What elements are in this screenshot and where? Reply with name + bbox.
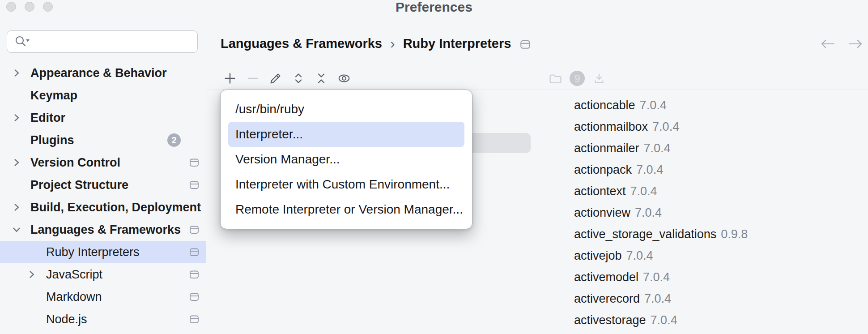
gem-version: 7.0.4 <box>630 184 657 198</box>
gem-name: active_storage_validations <box>574 227 716 241</box>
sidebar-item-label: Build, Execution, Deployment <box>30 201 201 214</box>
breadcrumb-separator-icon: › <box>390 34 395 52</box>
window-title: Preferences <box>0 0 868 14</box>
gem-name: actioncable <box>574 98 635 112</box>
sidebar-item-label: Editor <box>30 111 65 125</box>
gem-list-item-activejob[interactable]: activejob7.0.4 <box>574 245 748 266</box>
gems-toolbar: 9 <box>547 72 607 85</box>
sidebar-item-keymap[interactable]: Keymap <box>0 84 206 107</box>
applied-settings-icon <box>189 314 200 325</box>
collapse-all-button[interactable] <box>315 72 328 85</box>
sidebar-item-editor[interactable]: Editor <box>0 107 206 129</box>
sidebar-item-label: Plugins <box>30 133 74 147</box>
gem-list-item-activestorage[interactable]: activestorage7.0.4 <box>574 309 748 331</box>
applied-settings-icon <box>519 39 532 50</box>
edit-pencil-icon <box>269 72 282 85</box>
gem-list-item-actionmailer[interactable]: actionmailer7.0.4 <box>574 137 748 159</box>
settings-search-box[interactable] <box>7 30 198 53</box>
svg-text:9: 9 <box>574 73 580 85</box>
preferences-window: Preferences Appearance & Behavior Keymap <box>0 0 868 334</box>
remove-button[interactable] <box>246 72 260 85</box>
sidebar-item-javascript[interactable]: JavaScript <box>0 263 206 286</box>
sidebar-item-label: Node.js <box>46 313 87 326</box>
gem-list-item-actionpack[interactable]: actionpack7.0.4 <box>574 159 748 180</box>
eye-button[interactable] <box>337 72 351 85</box>
chevron-right-icon[interactable] <box>27 270 37 279</box>
gem-version: 7.0.4 <box>636 163 663 176</box>
gem-version: 7.0.4 <box>644 141 671 155</box>
gem-list-item-active-storage-validations[interactable]: active_storage_validations0.9.8 <box>574 223 748 245</box>
sidebar-item-appearance-behavior[interactable]: Appearance & Behavior <box>0 62 206 84</box>
sidebar-item-build-execution-deployment[interactable]: Build, Execution, Deployment <box>0 196 206 218</box>
applied-settings-icon <box>189 269 200 280</box>
edit-button[interactable] <box>269 72 282 85</box>
gems-list: actioncable7.0.4 actionmailbox7.0.4 acti… <box>574 94 748 331</box>
sidebar-item-project-structure[interactable]: Project Structure <box>0 174 206 196</box>
menu-item-remote-interpreter-or-version-manager[interactable]: Remote Interpreter or Version Manager... <box>228 197 464 222</box>
expand-all-icon <box>292 72 305 85</box>
eye-icon <box>337 72 351 85</box>
chevron-down-icon[interactable] <box>12 225 21 235</box>
chevron-right-icon[interactable] <box>12 113 21 123</box>
gem-name: activerecord <box>574 292 640 305</box>
download-button[interactable] <box>591 72 607 85</box>
applied-settings-icon <box>189 157 200 168</box>
titlebar: Preferences <box>0 0 868 15</box>
gem-name: actionview <box>574 206 630 219</box>
sidebar-item-label: Ruby Interpreters <box>46 245 140 259</box>
panel-separator <box>542 68 542 334</box>
sidebar-item-markdown[interactable]: Markdown <box>0 286 206 308</box>
remove-icon <box>246 72 260 85</box>
plugins-count-badge: 2 <box>167 133 181 147</box>
gem-name: actionmailer <box>574 141 639 155</box>
gem-version: 7.0.4 <box>635 206 662 219</box>
applied-settings-icon <box>189 247 200 257</box>
forward-arrow-icon[interactable] <box>847 38 865 50</box>
history-navigation <box>818 38 865 50</box>
gem-name: actionpack <box>574 163 632 176</box>
gem-list-item-actiontext[interactable]: actiontext7.0.4 <box>574 180 748 202</box>
back-arrow-icon[interactable] <box>818 38 837 50</box>
folder-button[interactable] <box>547 72 563 85</box>
applied-settings-icon <box>189 180 200 190</box>
add-icon <box>223 72 237 85</box>
download-icon <box>592 72 606 85</box>
settings-tree: Appearance & Behavior Keymap Editor <box>0 62 206 330</box>
gem-list-item-actioncable[interactable]: actioncable7.0.4 <box>574 94 748 116</box>
chevron-right-icon[interactable] <box>12 158 21 167</box>
applied-settings-icon <box>189 291 200 302</box>
search-input[interactable] <box>35 35 197 49</box>
settings-content: Languages & Frameworks › Ruby Interprete… <box>206 15 868 334</box>
breadcrumb-parent[interactable]: Languages & Frameworks <box>221 36 382 51</box>
gem-version: 0.9.8 <box>721 227 748 241</box>
menu-item-version-manager[interactable]: Version Manager... <box>228 147 464 172</box>
expand-all-button[interactable] <box>292 72 305 85</box>
breadcrumb-current: Ruby Interpreters <box>403 36 511 51</box>
menu-item-usr-bin-ruby[interactable]: /usr/bin/ruby <box>228 97 464 122</box>
gem-version: 7.0.4 <box>651 313 677 327</box>
sidebar-item-label: Project Structure <box>30 178 128 192</box>
add-button[interactable] <box>223 72 237 85</box>
menu-item-interpreter-with-custom-environment[interactable]: Interpreter with Custom Environment... <box>228 172 464 197</box>
gem-version: 7.0.4 <box>644 292 671 305</box>
sidebar-item-ruby-interpreters[interactable]: Ruby Interpreters <box>0 241 206 263</box>
sidebar-item-version-control[interactable]: Version Control <box>0 151 206 174</box>
sidebar-item-plugins[interactable]: Plugins 2 <box>0 129 206 151</box>
chevron-right-icon[interactable] <box>12 202 21 212</box>
sidebar-item-label: Keymap <box>30 89 77 103</box>
sidebar-item-languages-frameworks[interactable]: Languages & Frameworks <box>0 218 206 241</box>
gem-list-item-activerecord[interactable]: activerecord7.0.4 <box>574 288 748 309</box>
folder-icon <box>548 72 562 85</box>
gem-name: actiontext <box>574 184 626 198</box>
settings-sidebar: Appearance & Behavior Keymap Editor <box>0 15 206 334</box>
applied-settings-icon <box>189 224 200 235</box>
gem-list-item-actionmailbox[interactable]: actionmailbox7.0.4 <box>574 116 748 137</box>
gem-list-item-activemodel[interactable]: activemodel7.0.4 <box>574 266 748 288</box>
sidebar-item-label: Version Control <box>30 156 120 170</box>
sidebar-item-node-js[interactable]: Node.js <box>0 308 206 330</box>
menu-item-interpreter[interactable]: Interpreter... <box>228 122 464 147</box>
chevron-right-icon[interactable] <box>12 68 21 78</box>
collapse-all-icon <box>315 72 328 85</box>
gem-button[interactable]: 9 <box>569 72 585 85</box>
gem-list-item-actionview[interactable]: actionview7.0.4 <box>574 202 748 223</box>
